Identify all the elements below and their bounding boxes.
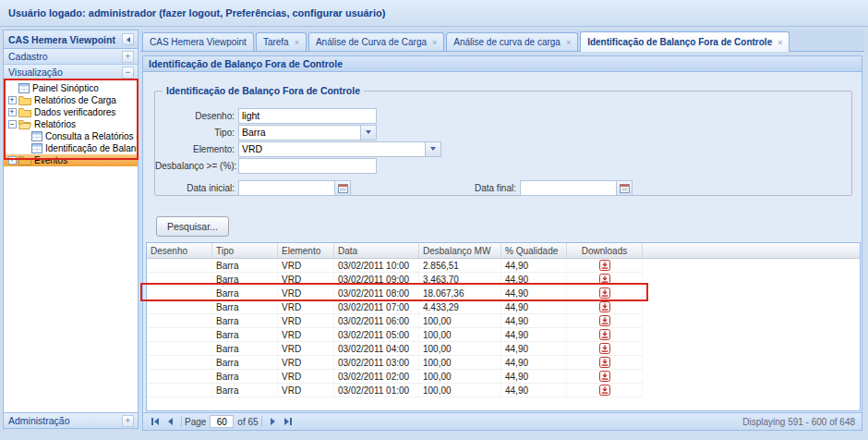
tree-item-relatorios-de-carga[interactable]: + Relatórios de Carga <box>4 94 138 106</box>
collapse-minus-icon[interactable]: − <box>122 67 134 79</box>
cell-qualidade: 44,90 <box>501 287 567 299</box>
close-icon[interactable]: × <box>778 38 782 47</box>
sidebar: CAS Hemera Viewpoint Cadastro + Visualiz… <box>3 30 139 429</box>
next-page-button[interactable] <box>265 415 281 429</box>
data-inicial-input[interactable] <box>238 180 335 196</box>
download-icon[interactable] <box>599 301 610 312</box>
cell-downloads <box>567 356 643 369</box>
download-icon[interactable] <box>599 371 610 382</box>
dropdown-arrow-icon[interactable] <box>426 141 441 157</box>
tab-cas-hemera-viewpoint[interactable]: CAS Hemera Viewpoint <box>142 32 254 51</box>
table-row[interactable]: Barra VRD 03/02/2011 09:00 3.463,70 44,9… <box>147 273 643 287</box>
table-row[interactable]: Barra VRD 03/02/2011 01:00 100,00 44,90 <box>147 384 643 397</box>
data-inicial-label: Data inicial: <box>155 183 235 193</box>
tree-item-painel-sinoptico[interactable]: Painel Sinóptico <box>4 82 138 94</box>
desbalanco-label: Desbalanço >= (%): <box>155 161 235 171</box>
table-row[interactable]: Barra VRD 03/02/2011 04:00 100,00 44,90 <box>147 342 643 356</box>
expand-plus-icon[interactable]: + <box>122 415 134 427</box>
expand-plus-icon[interactable]: + <box>6 155 18 165</box>
table-row[interactable]: Barra VRD 03/02/2011 08:00 18.067,36 44,… <box>147 287 643 300</box>
download-icon[interactable] <box>599 315 610 326</box>
previous-page-button[interactable] <box>163 415 178 429</box>
desbalanco-input[interactable] <box>238 158 377 174</box>
column-header-desbalanco-mw[interactable]: Desbalanço MW <box>419 243 501 258</box>
column-header-qualidade[interactable]: % Qualidade <box>501 243 567 258</box>
download-icon[interactable] <box>599 287 610 299</box>
tipo-combobox[interactable] <box>238 125 361 141</box>
folder-icon <box>18 155 31 165</box>
tab-tarefa[interactable]: Tarefa × <box>256 32 307 51</box>
table-row[interactable]: Barra VRD 03/02/2011 05:00 100,00 44,90 <box>147 328 643 342</box>
column-header-elemento[interactable]: Elemento <box>278 243 334 258</box>
dropdown-arrow-icon[interactable] <box>361 125 377 141</box>
tab-label: Tarefa <box>263 37 289 47</box>
download-icon[interactable] <box>599 329 610 340</box>
tree-item-dados-verificadores[interactable]: + Dados verificadores <box>4 106 138 118</box>
sidebar-header: CAS Hemera Viewpoint <box>4 31 138 49</box>
cell-data: 03/02/2011 09:00 <box>334 273 419 286</box>
expand-plus-icon[interactable]: + <box>122 51 134 63</box>
accordion-administracao[interactable]: Administração + <box>4 412 138 428</box>
cell-elemento: VRD <box>278 259 334 272</box>
calendar-icon[interactable] <box>617 180 633 196</box>
calendar-icon[interactable] <box>335 180 351 196</box>
table-row[interactable]: Barra VRD 03/02/2011 06:00 100,00 44,90 <box>147 314 643 328</box>
column-header-downloads[interactable]: Downloads <box>567 243 643 258</box>
accordion-visualizacao[interactable]: Visualização − <box>4 65 138 80</box>
pesquisar-button[interactable]: Pesquisar... <box>156 216 229 237</box>
logout-link[interactable]: fazer logout <box>163 7 220 18</box>
cell-tipo: Barra <box>212 287 278 299</box>
cell-desbalanco-mw: 2.856,51 <box>419 259 501 272</box>
tree-item-relatorios[interactable]: − Relatórios <box>4 118 138 130</box>
cell-elemento: VRD <box>278 384 334 397</box>
tab-analise-curva-carga-2[interactable]: Análise de curva de carga × <box>446 32 578 51</box>
accordion-cadastro[interactable]: Cadastro + <box>4 49 138 65</box>
data-final-label: Data final: <box>438 183 516 193</box>
table-row[interactable]: Barra VRD 03/02/2011 10:00 2.856,51 44,9… <box>147 259 643 273</box>
tree-item-identificacao-balanco[interactable]: Identificação de Balanço Fora <box>4 142 138 154</box>
column-header-data[interactable]: Data <box>334 243 419 258</box>
table-body: Barra VRD 03/02/2011 10:00 2.856,51 44,9… <box>147 259 860 397</box>
configure-user-link[interactable]: configurar usuário <box>293 7 382 18</box>
tree-item-eventos[interactable]: + Eventos <box>4 154 138 166</box>
preferences-link[interactable]: Preferências <box>225 7 286 18</box>
last-page-button[interactable] <box>281 415 296 429</box>
tab-identificacao-balanco[interactable]: Identificação de Balanço Fora de Control… <box>580 31 790 52</box>
tab-label: CAS Hemera Viewpoint <box>150 37 247 47</box>
table-row[interactable]: Barra VRD 03/02/2011 02:00 100,00 44,90 <box>147 370 643 384</box>
expand-plus-icon[interactable]: + <box>6 107 18 117</box>
elemento-combobox[interactable] <box>238 141 426 157</box>
table-row[interactable]: Barra VRD 03/02/2011 07:00 4.433,29 44,9… <box>147 300 643 314</box>
cell-desenho <box>147 356 212 369</box>
tree-item-consulta-relatorios[interactable]: Consulta a Relatórios de Fech <box>4 130 138 142</box>
tab-strip: CAS Hemera Viewpoint Tarefa × Análise de… <box>140 30 864 52</box>
search-fieldset: Identificação de Balanço Fora de Control… <box>154 85 852 196</box>
download-icon[interactable] <box>599 357 610 368</box>
download-icon[interactable] <box>599 343 610 354</box>
table-row[interactable]: Barra VRD 03/02/2011 03:00 100,00 44,90 <box>147 356 643 370</box>
expand-plus-icon[interactable]: + <box>6 95 18 105</box>
first-page-button[interactable] <box>147 415 163 429</box>
page-number-input[interactable] <box>210 415 234 428</box>
column-header-tipo[interactable]: Tipo <box>212 243 278 258</box>
application-window: Usuário logado: administrador (fazer log… <box>0 0 868 440</box>
cell-qualidade: 44,90 <box>501 356 567 369</box>
desenho-input[interactable] <box>238 108 377 124</box>
collapse-left-icon[interactable] <box>122 33 134 45</box>
cell-tipo: Barra <box>212 370 278 383</box>
column-header-desenho[interactable]: Desenho <box>147 243 212 258</box>
cell-elemento: VRD <box>278 328 334 341</box>
close-icon[interactable]: × <box>295 38 299 47</box>
collapse-minus-icon[interactable]: − <box>6 119 18 129</box>
cell-elemento: VRD <box>278 342 334 355</box>
download-icon[interactable] <box>599 274 610 285</box>
download-icon[interactable] <box>599 260 610 271</box>
cell-tipo: Barra <box>212 342 278 355</box>
sidebar-title: CAS Hemera Viewpoint <box>8 34 115 45</box>
cell-downloads <box>567 300 643 313</box>
download-icon[interactable] <box>599 385 610 396</box>
close-icon[interactable]: × <box>432 38 437 47</box>
data-final-input[interactable] <box>520 180 617 196</box>
close-icon[interactable]: × <box>566 38 571 47</box>
tab-analise-curva-carga-1[interactable]: Análise de Curva de Carga × <box>308 32 444 51</box>
